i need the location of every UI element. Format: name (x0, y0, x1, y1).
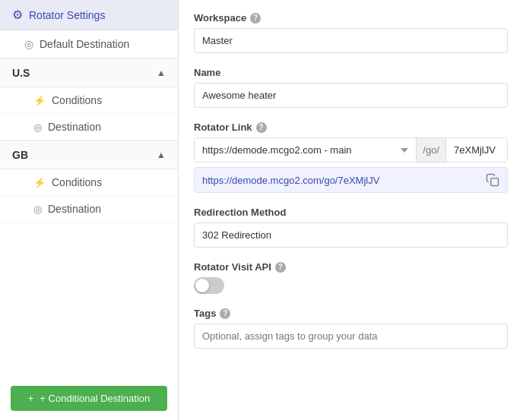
rotator-visit-api-toggle-container (194, 277, 508, 294)
name-field-group: Name (194, 67, 508, 108)
sidebar-item-gb-conditions[interactable]: ⚡ Conditions (0, 169, 178, 196)
tags-help-icon[interactable]: ? (220, 308, 230, 319)
main-content: Workspace ? Name Rotator Link ? https://… (179, 0, 523, 420)
tags-label: Tags ? (194, 308, 508, 319)
workspace-label: Workspace ? (194, 12, 508, 24)
target-icon: ◎ (24, 38, 33, 50)
us-destination-label: Destination (48, 121, 101, 133)
redirection-method-input[interactable] (194, 223, 508, 248)
plus-icon: + (28, 393, 34, 404)
sidebar-item-us-conditions[interactable]: ⚡ Conditions (0, 87, 178, 114)
workspace-field-group: Workspace ? (194, 12, 508, 53)
destination-icon: ◎ (33, 122, 42, 133)
rotator-link-row: https://demode.mcgo2.com - main /go/ 7eX… (194, 137, 508, 163)
rotator-icon: ⚙ (12, 8, 23, 22)
add-conditional-destination-button[interactable]: + + Conditional Destination (11, 386, 167, 411)
name-label: Name (194, 67, 508, 78)
default-destination-label: Default Destination (40, 38, 129, 50)
rotator-visit-api-help-icon[interactable]: ? (275, 262, 286, 273)
name-input[interactable] (194, 83, 508, 108)
us-conditions-label: Conditions (52, 94, 102, 106)
sidebar-group-gb[interactable]: GB ▲ (0, 141, 178, 169)
destination-gb-icon: ◎ (33, 204, 42, 215)
full-link-row: https://demode.mcgo2.com/go/7eXMjlJV (194, 167, 508, 193)
toggle-thumb (195, 279, 209, 292)
copy-icon[interactable] (486, 173, 499, 187)
rotator-link-code: 7eXMjlJV (446, 138, 507, 162)
sidebar-item-us-destination[interactable]: ◎ Destination (0, 114, 178, 141)
svg-rect-0 (491, 178, 499, 186)
group-gb-label: GB (12, 149, 28, 161)
rotator-link-field-group: Rotator Link ? https://demode.mcgo2.com … (194, 122, 508, 193)
gb-destination-label: Destination (48, 203, 101, 215)
workspace-help-icon[interactable]: ? (250, 13, 261, 24)
rotator-visit-api-toggle[interactable] (194, 277, 224, 294)
sidebar-item-gb-destination[interactable]: ◎ Destination (0, 196, 178, 223)
add-conditional-label: + Conditional Destination (40, 393, 150, 404)
full-link-anchor[interactable]: https://demode.mcgo2.com/go/7eXMjlJV (202, 175, 480, 186)
rotator-settings-label: Rotator Settings (29, 9, 105, 21)
workspace-input[interactable] (194, 28, 508, 53)
sidebar-group-us[interactable]: U.S ▲ (0, 58, 178, 87)
rotator-link-domain-select[interactable]: https://demode.mcgo2.com - main (195, 138, 416, 162)
gb-conditions-label: Conditions (52, 176, 102, 188)
chevron-up-gb-icon: ▲ (157, 150, 166, 160)
rotator-visit-api-label: Rotator Visit API ? (194, 261, 508, 273)
rotator-link-go-divider: /go/ (416, 138, 446, 162)
group-us-label: U.S (12, 67, 30, 79)
tags-input[interactable] (194, 324, 508, 349)
sidebar-item-rotator-settings[interactable]: ⚙ Rotator Settings (0, 0, 178, 30)
redirection-method-field-group: Redirection Method (194, 207, 508, 248)
chevron-up-icon: ▲ (157, 68, 166, 78)
sidebar: ⚙ Rotator Settings ◎ Default Destination… (0, 0, 179, 420)
sidebar-item-default-destination[interactable]: ◎ Default Destination (0, 30, 178, 58)
rotator-link-help-icon[interactable]: ? (256, 122, 267, 133)
rotator-link-label: Rotator Link ? (194, 122, 508, 133)
conditions-icon: ⚡ (33, 95, 46, 106)
tags-field-group: Tags ? (194, 308, 508, 349)
conditions-gb-icon: ⚡ (33, 177, 46, 188)
rotator-visit-api-field-group: Rotator Visit API ? (194, 261, 508, 294)
redirection-method-label: Redirection Method (194, 207, 508, 218)
